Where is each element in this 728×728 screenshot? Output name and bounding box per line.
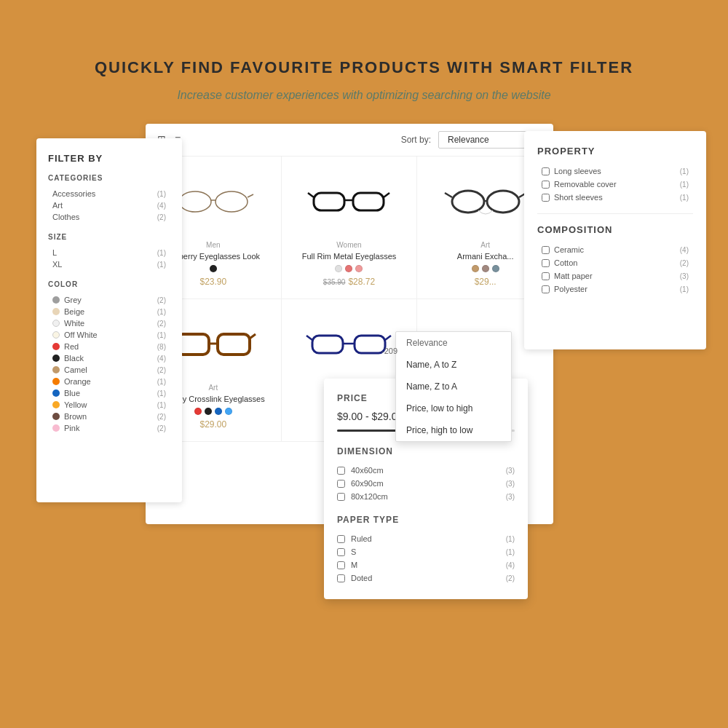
sort-result-count: -209 [381, 347, 397, 355]
header-section: QUICKLY FIND FAVOURITE PRODUCTS WITH SMA… [0, 0, 728, 102]
paper-checkbox[interactable] [337, 574, 345, 582]
swatch [210, 265, 217, 272]
paper-checkbox[interactable] [337, 535, 345, 543]
property-checkbox[interactable] [542, 167, 550, 175]
color-white[interactable]: White (2) [48, 317, 170, 329]
composition-matt-paper[interactable]: Matt paper (3) [537, 270, 693, 282]
color-black[interactable]: Black (4) [48, 352, 170, 364]
filter-item-count: (2) [157, 213, 166, 221]
color-orange[interactable]: Orange (1) [48, 376, 170, 387]
swatch [194, 408, 202, 415]
color-dot-black [52, 355, 60, 362]
color-dot-camel [52, 366, 60, 373]
filter-item-XL[interactable]: XL (1) [48, 258, 170, 270]
paper-s[interactable]: S (1) [337, 545, 515, 558]
product-card-2[interactable]: Women Full Rim Metal Eyeglasses $35.90$2… [282, 157, 418, 299]
swatch [215, 408, 222, 415]
svg-line-19 [250, 334, 256, 339]
filter-panel: FILTER BY CATEGORIES Accessories (1) Art… [36, 138, 182, 502]
color-pink[interactable]: Pink (2) [48, 422, 170, 434]
svg-line-8 [308, 193, 314, 197]
filter-panel-title: FILTER BY [48, 153, 170, 164]
composition-cotton[interactable]: Cotton (2) [537, 257, 693, 269]
product-category-2: Women [290, 241, 408, 249]
color-yellow[interactable]: Yellow (1) [48, 399, 170, 411]
filter-item-count: (4) [157, 202, 166, 210]
property-long-sleeves[interactable]: Long sleeves (1) [537, 165, 693, 177]
swatch [345, 265, 352, 272]
filter-item-clothes[interactable]: Clothes (2) [48, 211, 170, 223]
content-area: FILTER BY CATEGORIES Accessories (1) Art… [0, 124, 728, 633]
color-section-title: COLOR [48, 280, 170, 288]
paper-doted[interactable]: Doted (2) [337, 571, 515, 585]
sort-option-relevance[interactable]: Relevance [396, 332, 511, 354]
paper-checkbox[interactable] [337, 561, 345, 569]
color-dot-orange [52, 378, 60, 385]
dimension-checkbox[interactable] [337, 467, 345, 475]
swatch [335, 265, 342, 272]
svg-point-1 [215, 191, 248, 212]
dimension-40x60[interactable]: 40x60cm (3) [337, 464, 515, 477]
product-swatches-2 [290, 265, 408, 272]
filter-item-art[interactable]: Art (4) [48, 199, 170, 211]
property-removable-cover[interactable]: Removable cover (1) [537, 178, 693, 190]
color-camel[interactable]: Camel (2) [48, 364, 170, 376]
composition-polyester[interactable]: Polyester (1) [537, 283, 693, 295]
svg-line-13 [445, 193, 452, 197]
sort-option-name-asc[interactable]: Name, A to Z [396, 354, 511, 376]
composition-checkbox[interactable] [542, 246, 550, 254]
sort-option-price-asc[interactable]: Price, low to high [396, 397, 511, 419]
paper-checkbox[interactable] [337, 548, 345, 556]
composition-checkbox[interactable] [542, 259, 550, 267]
paper-type-title: PAPER TYPE [337, 515, 515, 525]
filter-item-label: Art [52, 201, 63, 210]
color-blue[interactable]: Blue (1) [48, 387, 170, 399]
color-grey[interactable]: Grey (2) [48, 294, 170, 306]
product-image-5 [290, 311, 408, 376]
categories-section-title: CATEGORIES [48, 174, 170, 182]
composition-ceramic[interactable]: Ceramic (4) [537, 244, 693, 256]
main-title: QUICKLY FIND FAVOURITE PRODUCTS WITH SMA… [0, 58, 728, 77]
composition-title: COMPOSITION [537, 224, 693, 235]
composition-checkbox[interactable] [542, 272, 550, 280]
color-dot-blue [52, 389, 60, 397]
sub-title: Increase customer experiences with optim… [0, 89, 728, 102]
sort-option-price-desc[interactable]: Price, high to low [396, 419, 511, 441]
color-red[interactable]: Red (8) [48, 341, 170, 352]
property-short-sleeves[interactable]: Short sleeves (1) [537, 191, 693, 203]
sort-by-label: Sort by: [401, 135, 431, 145]
svg-point-0 [179, 191, 211, 212]
swatch [492, 265, 499, 272]
dimension-80x120[interactable]: 80x120cm (3) [337, 490, 515, 503]
swatch [472, 265, 479, 272]
filter-item-accessories[interactable]: Accessories (1) [48, 188, 170, 199]
color-dot-brown [52, 413, 60, 420]
paper-ruled[interactable]: Ruled (1) [337, 532, 515, 545]
size-section-title: SIZE [48, 233, 170, 241]
composition-checkbox[interactable] [542, 285, 550, 293]
color-brown[interactable]: Brown (2) [48, 411, 170, 422]
svg-line-9 [384, 193, 389, 197]
dimension-checkbox[interactable] [337, 480, 345, 488]
dimension-60x90[interactable]: 60x90cm (3) [337, 477, 515, 490]
svg-point-10 [452, 191, 484, 213]
svg-rect-20 [312, 336, 343, 353]
paper-m[interactable]: M (4) [337, 558, 515, 571]
property-checkbox[interactable] [542, 194, 550, 202]
svg-rect-5 [314, 193, 344, 210]
dimension-title: DIMENSION [337, 446, 515, 456]
filter-item-count: (1) [157, 190, 166, 198]
color-beige[interactable]: Beige (1) [48, 306, 170, 317]
svg-rect-16 [218, 334, 250, 355]
color-dot-grey [52, 296, 60, 304]
property-checkbox[interactable] [542, 181, 550, 189]
product-panel-header: ⊞ ≡ Sort by: Relevance Name, A to Z Name… [146, 124, 553, 157]
sort-option-name-desc[interactable]: Name, Z to A [396, 376, 511, 397]
svg-line-4 [248, 194, 253, 197]
product-price-2: $35.90$28.72 [290, 277, 408, 287]
dimension-checkbox[interactable] [337, 493, 345, 501]
color-offwhite[interactable]: Off White (1) [48, 329, 170, 341]
swatch [355, 265, 363, 272]
filter-item-L[interactable]: L (1) [48, 247, 170, 258]
color-dot-beige [52, 308, 60, 315]
